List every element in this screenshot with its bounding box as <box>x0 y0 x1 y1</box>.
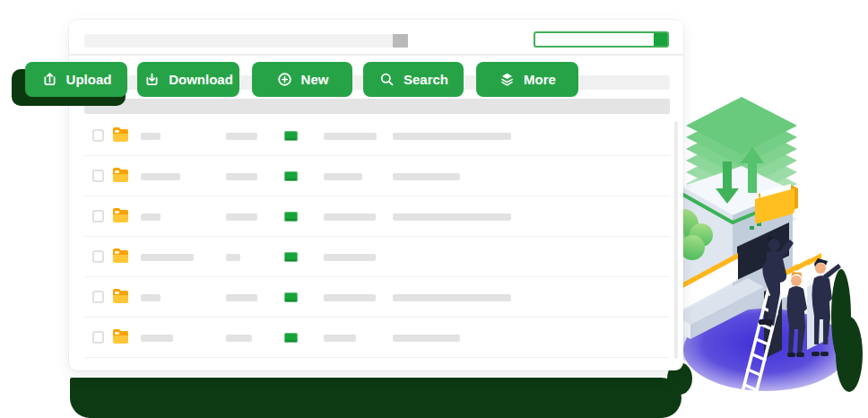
table-row[interactable] <box>84 318 670 358</box>
progress-fill <box>654 33 667 46</box>
placeholder-bar <box>324 254 376 261</box>
more-button[interactable]: More <box>476 62 578 97</box>
row-checkbox[interactable] <box>92 129 104 142</box>
upload-icon <box>41 71 58 88</box>
folder-icon <box>113 331 128 344</box>
upload-button[interactable]: Upload <box>25 62 127 97</box>
placeholder-bar <box>141 254 194 261</box>
status-badge <box>284 292 298 302</box>
row-checkbox[interactable] <box>92 291 104 303</box>
layers-icon <box>499 71 516 88</box>
row-checkbox[interactable] <box>92 210 104 222</box>
placeholder-bar <box>393 133 511 140</box>
search-icon <box>378 71 395 88</box>
placeholder-bar <box>226 133 257 140</box>
table-row[interactable] <box>84 116 670 156</box>
status-badge <box>284 333 298 343</box>
status-badge <box>284 131 298 141</box>
placeholder-bar <box>141 173 180 180</box>
table-row[interactable] <box>84 277 670 318</box>
placeholder-bar <box>141 213 161 221</box>
table-row[interactable] <box>84 156 670 196</box>
status-badge <box>284 171 298 181</box>
new-button-label: New <box>301 72 329 87</box>
placeholder-bar <box>324 213 376 221</box>
status-badge <box>284 252 298 262</box>
search-button-label: Search <box>404 72 448 87</box>
placeholder-bar <box>324 133 377 140</box>
placeholder-bar <box>324 335 356 342</box>
placeholder-bar <box>141 294 161 301</box>
row-checkbox[interactable] <box>92 250 104 263</box>
table-row[interactable] <box>84 196 670 237</box>
window-top-bar <box>69 20 683 56</box>
row-checkbox[interactable] <box>92 331 104 344</box>
placeholder-bar <box>393 294 511 301</box>
folder-icon <box>113 170 128 182</box>
placeholder-bar <box>324 173 362 180</box>
placeholder-bar <box>324 294 376 301</box>
placeholder-bar <box>226 335 252 342</box>
table-header-bar <box>84 99 670 114</box>
filing-illustration <box>665 90 868 409</box>
placeholder-bar <box>226 254 240 261</box>
scrollbar-track[interactable] <box>674 121 678 359</box>
placeholder-bar <box>226 213 257 221</box>
upload-button-label: Upload <box>66 72 112 87</box>
placeholder-bar <box>226 294 257 301</box>
new-button[interactable]: New <box>252 62 352 97</box>
download-icon <box>143 71 161 88</box>
folder-icon <box>113 129 128 142</box>
address-bar-button[interactable] <box>393 34 408 48</box>
file-table <box>84 116 670 358</box>
status-badge <box>284 212 298 222</box>
placeholder-bar <box>393 173 460 180</box>
address-bar[interactable] <box>84 34 408 48</box>
search-button[interactable]: Search <box>363 62 464 97</box>
placeholder-bar <box>393 335 460 342</box>
download-button-label: Download <box>169 72 233 87</box>
placeholder-bar <box>393 213 511 221</box>
table-row[interactable] <box>84 237 670 277</box>
folder-icon <box>113 250 128 263</box>
placeholder-bar <box>141 335 173 342</box>
more-button-label: More <box>524 72 556 87</box>
row-checkbox[interactable] <box>92 170 104 182</box>
plus-circle-icon <box>276 71 293 88</box>
placeholder-bar <box>226 173 257 180</box>
folder-icon <box>113 210 128 222</box>
bottom-accent-band <box>70 378 681 418</box>
placeholder-bar <box>141 133 161 140</box>
progress-bar <box>534 31 669 48</box>
folder-icon <box>113 291 128 303</box>
page: Upload Download New Search More <box>0 0 868 418</box>
download-button[interactable]: Download <box>137 62 239 97</box>
